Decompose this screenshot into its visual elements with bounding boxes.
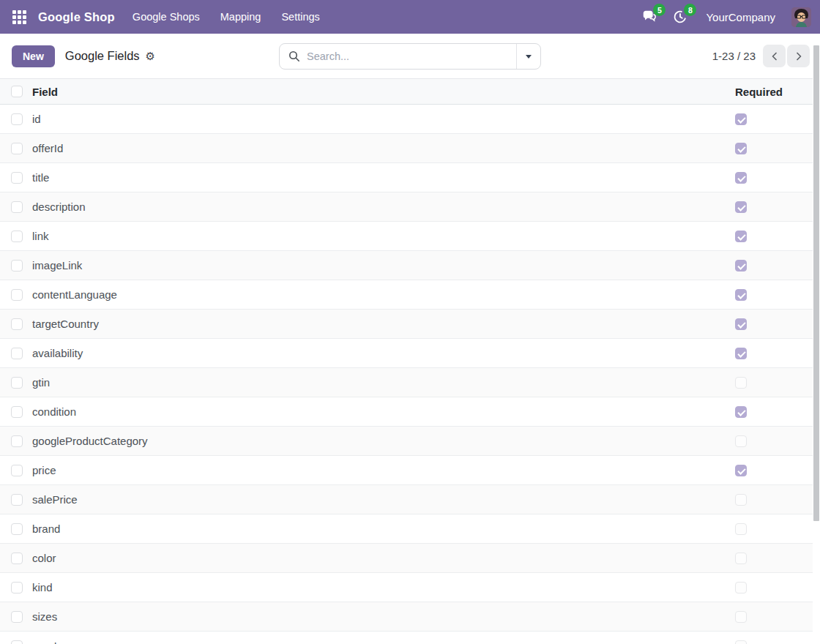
messages-button[interactable]: 5 bbox=[641, 9, 657, 25]
top-navbar: Google Shop Google Shops Mapping Setting… bbox=[0, 0, 820, 34]
field-name-cell: price bbox=[32, 464, 735, 476]
row-select-checkbox[interactable] bbox=[11, 582, 23, 594]
row-select-checkbox[interactable] bbox=[11, 348, 23, 359]
table-row[interactable]: availability bbox=[0, 339, 813, 368]
search-input[interactable] bbox=[307, 50, 516, 62]
scrollbar-thumb[interactable] bbox=[813, 45, 819, 521]
required-checkbox-checked bbox=[735, 348, 747, 359]
required-checkbox-checked bbox=[735, 113, 747, 125]
page-title: Google Fields bbox=[65, 49, 140, 63]
required-checkbox-unchecked bbox=[735, 640, 747, 644]
row-select-checkbox[interactable] bbox=[11, 435, 23, 447]
apps-menu-button[interactable] bbox=[6, 4, 32, 30]
pager-previous-button[interactable] bbox=[763, 45, 786, 67]
table-row[interactable]: imageLink bbox=[0, 251, 813, 280]
company-name[interactable]: YourCompany bbox=[706, 11, 775, 23]
row-select-checkbox[interactable] bbox=[11, 201, 23, 213]
table-row[interactable]: condition bbox=[0, 397, 813, 427]
row-select-checkbox[interactable] bbox=[11, 553, 23, 564]
apps-grid-icon bbox=[12, 10, 26, 24]
row-select-checkbox[interactable] bbox=[11, 640, 23, 644]
table-row[interactable]: gender bbox=[0, 632, 813, 644]
required-checkbox-checked bbox=[735, 143, 747, 154]
vertical-scrollbar[interactable] bbox=[813, 34, 820, 644]
row-select-checkbox[interactable] bbox=[11, 113, 23, 125]
table-row[interactable]: sizes bbox=[0, 602, 813, 632]
menu-item-mapping[interactable]: Mapping bbox=[213, 7, 269, 27]
table-row[interactable]: kind bbox=[0, 573, 813, 602]
row-select-checkbox[interactable] bbox=[11, 231, 23, 242]
field-name-cell: offerId bbox=[32, 142, 735, 154]
field-name-cell: kind bbox=[32, 581, 735, 594]
table-row[interactable]: gtin bbox=[0, 368, 813, 397]
table-row[interactable]: description bbox=[0, 192, 813, 222]
table-row[interactable]: price bbox=[0, 456, 813, 485]
field-name-cell: imageLink bbox=[32, 259, 735, 272]
column-header-field[interactable]: Field bbox=[32, 86, 735, 98]
table-row[interactable]: id bbox=[0, 105, 813, 134]
user-avatar[interactable] bbox=[791, 7, 811, 27]
table-row[interactable]: link bbox=[0, 222, 813, 251]
required-checkbox-checked bbox=[735, 406, 747, 418]
field-name-cell: salePrice bbox=[32, 493, 735, 506]
column-header-required[interactable]: Required bbox=[735, 86, 813, 98]
required-checkbox-checked bbox=[735, 289, 747, 301]
required-checkbox-unchecked bbox=[735, 611, 747, 623]
table-row[interactable]: offerId bbox=[0, 134, 813, 163]
menu-item-google-shops[interactable]: Google Shops bbox=[125, 7, 207, 27]
table-row[interactable]: targetCountry bbox=[0, 310, 813, 339]
activities-button[interactable]: 8 bbox=[672, 9, 688, 25]
list-header-row: Field Required bbox=[0, 79, 813, 105]
pager-next-button[interactable] bbox=[787, 45, 810, 67]
row-select-checkbox[interactable] bbox=[11, 611, 23, 623]
systray: 5 8 YourCompany bbox=[641, 7, 811, 27]
table-row[interactable]: salePrice bbox=[0, 485, 813, 514]
required-checkbox-unchecked bbox=[735, 553, 747, 564]
row-select-checkbox[interactable] bbox=[11, 143, 23, 154]
required-checkbox-checked bbox=[735, 260, 747, 272]
row-select-checkbox[interactable] bbox=[11, 318, 23, 330]
row-select-checkbox[interactable] bbox=[11, 465, 23, 476]
settings-gear-icon[interactable]: ⚙ bbox=[146, 50, 155, 61]
required-checkbox-unchecked bbox=[735, 582, 747, 594]
field-name-cell: brand bbox=[32, 523, 735, 535]
app-menu: Google Shops Mapping Settings bbox=[125, 7, 327, 27]
field-name-cell: link bbox=[32, 230, 735, 242]
table-row[interactable]: brand bbox=[0, 514, 813, 544]
row-select-checkbox[interactable] bbox=[11, 494, 23, 506]
required-checkbox-checked bbox=[735, 465, 747, 476]
table-row[interactable]: color bbox=[0, 544, 813, 573]
row-select-checkbox[interactable] bbox=[11, 172, 23, 184]
row-select-checkbox[interactable] bbox=[11, 260, 23, 272]
row-select-checkbox[interactable] bbox=[11, 289, 23, 301]
required-checkbox-unchecked bbox=[735, 494, 747, 506]
field-name-cell: color bbox=[32, 552, 735, 564]
select-all-checkbox[interactable] bbox=[11, 86, 23, 97]
chevron-left-icon bbox=[770, 52, 779, 61]
field-name-cell: googleProductCategory bbox=[32, 435, 735, 447]
row-select-checkbox[interactable] bbox=[11, 523, 23, 535]
search-icon bbox=[288, 50, 300, 62]
required-checkbox-checked bbox=[735, 201, 747, 213]
search-dropdown-toggle[interactable] bbox=[516, 44, 540, 69]
table-row[interactable]: contentLanguage bbox=[0, 280, 813, 310]
chevron-right-icon bbox=[794, 52, 803, 61]
row-select-checkbox[interactable] bbox=[11, 377, 23, 389]
new-button[interactable]: New bbox=[12, 45, 55, 67]
field-name-cell: availability bbox=[32, 347, 735, 359]
field-name-cell: contentLanguage bbox=[32, 288, 735, 301]
table-row[interactable]: title bbox=[0, 163, 813, 192]
required-checkbox-unchecked bbox=[735, 377, 747, 389]
field-name-cell: condition bbox=[32, 405, 735, 418]
table-row[interactable]: googleProductCategory bbox=[0, 427, 813, 456]
search-bar bbox=[279, 43, 541, 70]
google-fields-list: Field Required idofferIdtitledescription… bbox=[0, 79, 813, 644]
row-select-checkbox[interactable] bbox=[11, 406, 23, 418]
field-name-cell: gender bbox=[32, 640, 735, 644]
required-checkbox-checked bbox=[735, 231, 747, 242]
field-name-cell: id bbox=[32, 113, 735, 125]
field-name-cell: gtin bbox=[32, 376, 735, 389]
app-name[interactable]: Google Shop bbox=[38, 10, 115, 24]
required-checkbox-checked bbox=[735, 318, 747, 330]
menu-item-settings[interactable]: Settings bbox=[274, 7, 327, 27]
